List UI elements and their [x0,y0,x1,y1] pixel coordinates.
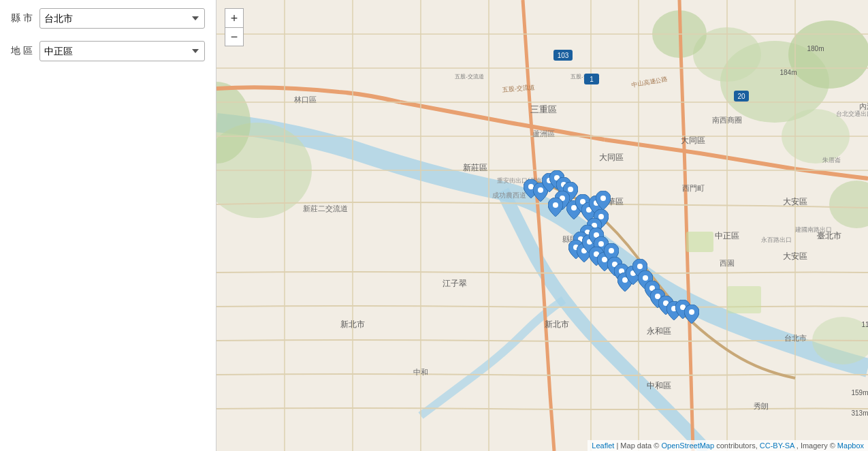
svg-text:江子翠: 江子翠 [443,279,467,288]
svg-point-89 [643,275,648,281]
svg-text:建國南路出口: 建國南路出口 [794,226,832,233]
svg-rect-58 [727,286,761,313]
attribution-contributors: contributors, [716,441,760,450]
svg-text:110m: 110m [861,321,868,328]
county-label: 縣市 [11,12,33,25]
county-select[interactable]: 台北市 新北市 基隆市 桃園市 新竹市 [39,8,205,29]
svg-point-95 [689,309,694,315]
svg-rect-57 [686,232,713,252]
svg-text:台北交通出口→塔城出口道: 台北交通出口→塔城出口道 [836,110,868,117]
svg-text:蘆洲區: 蘆洲區 [532,129,555,138]
svg-text:中和: 中和 [413,368,428,376]
svg-text:313m: 313m [851,409,868,417]
svg-text:秀朗: 秀朗 [754,402,769,410]
leaflet-link[interactable]: Leaflet [592,441,614,450]
svg-text:西園: 西園 [720,259,735,267]
county-field-row: 縣市 台北市 新北市 基隆市 桃園市 新竹市 [11,8,205,29]
svg-text:五股-交流道: 五股-交流道 [455,74,484,80]
svg-text:新北市: 新北市 [545,320,569,329]
osm-link[interactable]: OpenStreetMap [661,441,714,450]
svg-text:南西商圈: 南西商圈 [712,116,742,124]
district-label: 地區 [11,45,33,57]
svg-text:永和區: 永和區 [647,326,671,336]
svg-text:大同區: 大同區 [599,153,624,162]
svg-text:180m: 180m [807,45,824,52]
svg-text:184m: 184m [779,69,797,76]
mapbox-link[interactable]: Mapbox [837,441,864,450]
map-marker[interactable] [596,191,611,210]
attribution-osm-prefix: | Map data © [616,441,661,450]
svg-point-83 [609,248,614,253]
zoom-in-button[interactable]: + [225,8,244,27]
svg-text:台北市: 台北市 [784,334,807,342]
svg-text:新莊二交流道: 新莊二交流道 [303,204,348,213]
svg-text:103: 103 [558,52,569,59]
ccbysa-link[interactable]: CC-BY-SA [760,441,794,450]
svg-text:成功農西道: 成功農西道 [492,191,526,199]
svg-point-88 [637,264,643,269]
svg-text:中正區: 中正區 [715,231,739,240]
svg-text:內湖區: 內湖區 [859,102,869,110]
svg-point-66 [553,202,558,208]
zoom-out-button[interactable]: − [225,27,244,46]
svg-text:159m: 159m [851,389,868,396]
map-attribution: Leaflet | Map data © OpenStreetMap contr… [588,440,868,451]
svg-text:1: 1 [590,76,594,83]
zoom-controls: + − [225,8,244,46]
svg-point-80 [598,241,604,247]
sidebar: 縣市 台北市 新北市 基隆市 桃園市 新竹市 地區 中正區 大同區 中山區 松山… [0,0,216,451]
svg-text:西門町: 西門町 [682,184,705,192]
district-field-row: 地區 中正區 大同區 中山區 松山區 大安區 萬華區 信義區 士林區 北投區 內… [11,41,205,61]
svg-point-71 [600,196,606,201]
svg-text:中和區: 中和區 [647,381,671,390]
svg-text:大安區: 大安區 [783,251,807,261]
svg-text:新北市: 新北市 [340,320,365,329]
map-container[interactable]: 三重區 蘆洲區 新莊區 大同區 大同區 南西商圈 萬華區 西門町 中正區 大安區… [216,0,868,451]
svg-text:朱厝崙: 朱厝崙 [822,157,841,164]
attribution-imagery: , Imagery © [797,441,837,450]
svg-text:新莊區: 新莊區 [463,163,487,172]
svg-text:20: 20 [737,93,745,100]
map-marker[interactable] [684,305,699,324]
svg-point-2 [788,20,868,89]
district-select[interactable]: 中正區 大同區 中山區 松山區 大安區 萬華區 信義區 士林區 北投區 內湖區 … [39,41,205,61]
svg-text:大安區: 大安區 [783,197,807,206]
svg-text:永百路出口: 永百路出口 [761,236,792,243]
svg-text:林口區: 林口區 [293,95,317,104]
map-marker[interactable] [548,198,563,217]
svg-text:大同區: 大同區 [681,136,705,145]
svg-text:三重區: 三重區 [530,104,557,114]
